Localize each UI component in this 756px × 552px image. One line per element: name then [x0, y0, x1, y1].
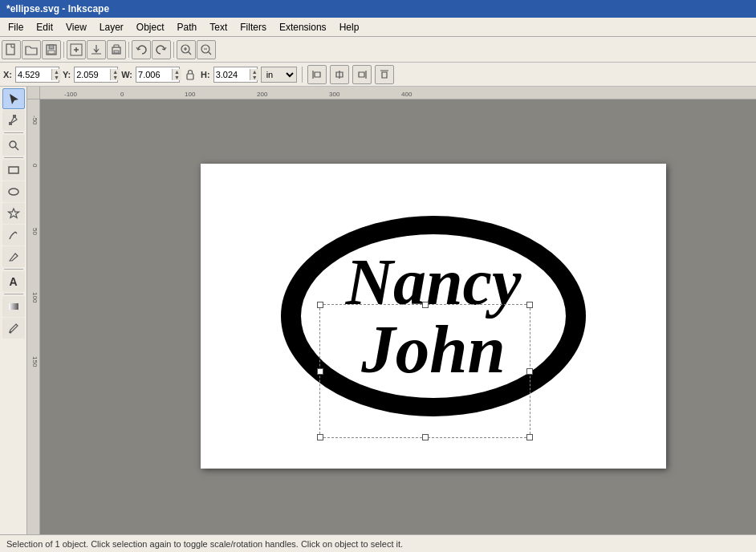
align-left-button[interactable] — [307, 65, 327, 84]
svg-rect-11 — [13, 115, 16, 118]
separator — [302, 67, 303, 83]
page: Nancy John — [201, 164, 666, 469]
tool-sep — [4, 157, 23, 158]
h-input[interactable] — [216, 70, 250, 79]
toolbar1 — [0, 37, 756, 63]
svg-point-18 — [9, 331, 11, 334]
drawing-canvas[interactable]: Nancy John — [40, 99, 756, 534]
tool-sep — [4, 269, 23, 270]
tool-sep — [4, 132, 23, 133]
menu-edit[interactable]: Edit — [30, 20, 59, 34]
zoom-tool[interactable] — [2, 135, 25, 156]
canvas-area[interactable]: -100 0 100 200 300 400 -50 0 50 100 150 — [27, 87, 756, 534]
y-spin-up[interactable]: ▲ — [110, 69, 120, 75]
separator — [128, 42, 129, 58]
zoom-out-button[interactable] — [197, 40, 216, 59]
star-tool[interactable] — [2, 203, 25, 224]
w-input-wrapper[interactable]: ▲ ▼ — [136, 67, 180, 83]
menu-file[interactable]: File — [2, 20, 30, 34]
pen-tool[interactable] — [2, 246, 25, 267]
align-center-button[interactable] — [330, 65, 349, 84]
w-label: W: — [121, 70, 132, 79]
y-input-wrapper[interactable]: ▲ ▼ — [74, 67, 118, 83]
menu-bar: File Edit View Layer Object Path Text Fi… — [0, 18, 756, 37]
h-spin-down[interactable]: ▼ — [250, 75, 259, 80]
toolbar2-coords: X: ▲ ▼ Y: ▲ ▼ W: ▲ ▼ H: ▲ ▼ in px — [0, 63, 756, 87]
status-bar: Selection of 1 object. Click selection a… — [0, 534, 756, 552]
x-input-wrapper[interactable]: ▲ ▼ — [15, 67, 59, 83]
svg-marker-16 — [8, 209, 18, 218]
svg-line-13 — [15, 147, 18, 150]
export-button[interactable] — [87, 40, 106, 59]
menu-help[interactable]: Help — [333, 20, 366, 34]
svg-rect-10 — [9, 122, 12, 125]
select-tool[interactable] — [2, 88, 25, 109]
ruler-vertical: -50 0 50 100 150 — [27, 99, 40, 534]
svg-point-12 — [10, 141, 16, 148]
zoom-in-button[interactable] — [177, 40, 196, 59]
y-label: Y: — [63, 70, 71, 79]
separator — [63, 42, 64, 58]
svg-rect-0 — [6, 44, 14, 55]
rect-tool[interactable] — [2, 160, 25, 181]
w-spin-down[interactable]: ▼ — [172, 75, 181, 80]
text-tool[interactable]: A — [2, 271, 25, 292]
gradient-tool[interactable] — [2, 296, 25, 317]
ruler-corner — [27, 87, 40, 99]
menu-text[interactable]: Text — [203, 20, 234, 34]
ellipse-tool[interactable] — [2, 181, 25, 202]
main-area: A -100 0 100 200 300 400 -50 — [0, 87, 756, 534]
pencil-tool[interactable] — [2, 225, 25, 246]
undo-button[interactable] — [132, 40, 151, 59]
title-bar: *ellipse.svg - Inkscape — [0, 0, 756, 18]
svg-rect-6 — [114, 51, 119, 53]
print-button[interactable] — [107, 40, 126, 59]
toolbox: A — [0, 87, 27, 534]
h-spin-up[interactable]: ▲ — [250, 69, 259, 75]
svg-rect-3 — [48, 51, 55, 54]
svg-rect-9 — [187, 74, 193, 79]
open-button[interactable] — [22, 40, 41, 59]
svg-text:John: John — [360, 311, 506, 387]
artwork-svg: Nancy John — [273, 204, 594, 428]
menu-extensions[interactable]: Extensions — [273, 20, 333, 34]
menu-object[interactable]: Object — [130, 20, 171, 34]
ruler-horizontal: -100 0 100 200 300 400 — [40, 87, 756, 99]
new-button[interactable] — [2, 40, 21, 59]
save-button[interactable] — [42, 40, 61, 59]
separator — [173, 42, 174, 58]
lock-ratio-button[interactable] — [183, 67, 197, 82]
h-label: H: — [201, 70, 210, 79]
menu-view[interactable]: View — [59, 20, 93, 34]
x-input[interactable] — [18, 70, 51, 79]
x-spin-up[interactable]: ▲ — [51, 69, 61, 75]
redo-button[interactable] — [152, 40, 171, 59]
menu-layer[interactable]: Layer — [93, 20, 130, 34]
node-tool[interactable] — [2, 110, 25, 131]
svg-point-15 — [9, 189, 18, 195]
svg-rect-17 — [9, 303, 18, 310]
svg-rect-2 — [49, 45, 54, 49]
unit-select[interactable]: in px mm cm — [261, 67, 297, 83]
title-text: *ellipse.svg - Inkscape — [6, 3, 109, 14]
align-right-button[interactable] — [352, 65, 372, 84]
handle-s — [422, 434, 429, 440]
h-input-wrapper[interactable]: ▲ ▼ — [213, 67, 258, 83]
status-text: Selection of 1 object. Click selection a… — [6, 539, 403, 549]
dropper-tool[interactable] — [2, 318, 25, 339]
menu-filters[interactable]: Filters — [234, 20, 273, 34]
x-label: X: — [3, 70, 12, 79]
align-top-button[interactable] — [375, 65, 394, 84]
y-input[interactable] — [76, 70, 110, 79]
x-spin-down[interactable]: ▼ — [51, 75, 61, 80]
w-spin-up[interactable]: ▲ — [172, 69, 181, 75]
handle-sw — [317, 434, 323, 440]
svg-rect-14 — [9, 167, 18, 173]
y-spin-down[interactable]: ▼ — [110, 75, 120, 80]
menu-path[interactable]: Path — [171, 20, 204, 34]
w-input[interactable] — [138, 70, 172, 79]
import-button[interactable] — [67, 40, 86, 59]
tool-sep — [4, 294, 23, 294]
handle-se — [526, 434, 533, 440]
svg-text:Nancy: Nancy — [345, 246, 522, 319]
